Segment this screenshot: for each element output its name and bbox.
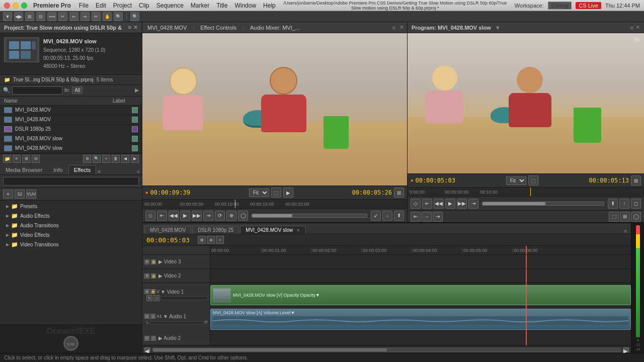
prog-play[interactable]: ▶ — [445, 199, 455, 209]
effects-folder-audio-effects[interactable]: ▶ 📁 Audio Effects — [0, 211, 142, 221]
source-panel-close[interactable]: ✕ — [399, 24, 404, 31]
audio-clip-a1[interactable]: MVI_0428.MOV slow [A] Volume:Level▼ — [210, 309, 631, 330]
effects-folder-video-transitions[interactable]: ▶ 📁 Video Transitions — [0, 240, 142, 249]
program-current-time[interactable]: 00:00:05:03 — [415, 177, 455, 184]
track-lock-toggle[interactable]: 🔒 — [151, 259, 156, 264]
tl-snap-btn[interactable]: ⊞ — [198, 236, 206, 244]
program-panel-close[interactable]: ✕ — [635, 24, 640, 31]
source-tab-1[interactable]: MVI_0428.MOV — [145, 25, 189, 31]
pen-tool[interactable]: ✏ — [92, 12, 101, 21]
project-panel-menu[interactable]: ≡ — [128, 24, 131, 31]
prog-extract-btn[interactable]: ↑ — [619, 199, 629, 209]
menu-marker[interactable]: Marker — [191, 2, 209, 9]
new-bin-button[interactable]: 📁 — [3, 155, 11, 163]
track-solo-a1[interactable]: S — [150, 314, 155, 319]
menu-clip[interactable]: Clip — [139, 2, 149, 9]
prog-extra-2[interactable]: → — [422, 212, 432, 222]
menu-title[interactable]: Title — [216, 2, 227, 9]
panel-menu-btn2[interactable]: ▶ — [131, 155, 139, 163]
menu-file[interactable]: File — [79, 2, 89, 9]
timeline-scrollbar[interactable] — [152, 348, 621, 352]
track-content-video3[interactable] — [210, 255, 631, 268]
go-to-out-btn[interactable]: ⇥ — [203, 211, 213, 221]
zoom-tool[interactable]: 🔍 — [114, 12, 123, 21]
output-btn[interactable]: ◯ — [238, 211, 248, 221]
track-content-audio3[interactable] — [210, 345, 631, 346]
maximize-button[interactable] — [21, 3, 27, 9]
effects-folder-audio-transitions[interactable]: ▶ 📁 Audio Transitions — [0, 221, 142, 230]
prog-lift-btn[interactable]: ⬆ — [608, 199, 618, 209]
prog-extra-5[interactable]: ⊞ — [620, 212, 630, 222]
track-content-audio2[interactable] — [210, 331, 631, 345]
list-view-button[interactable]: ≡ — [13, 155, 21, 163]
prog-extra-3[interactable]: ⇥ — [433, 212, 443, 222]
track-visibility-toggle[interactable]: 👁 — [144, 259, 149, 264]
ripple-edit-tool[interactable]: ⊞ — [25, 12, 34, 21]
track-mute-a2[interactable]: M — [144, 336, 149, 341]
effects-panel-menu[interactable]: ≡ — [137, 169, 142, 174]
effects-folder-video-effects[interactable]: ▶ 📁 Video Effects — [0, 230, 142, 240]
icon-view-button[interactable]: ⊞ — [22, 155, 30, 163]
track-volume-slider[interactable] — [160, 296, 208, 300]
prog-extra-1[interactable]: ⇤ — [411, 212, 421, 222]
menu-project[interactable]: Project — [113, 2, 132, 9]
source-settings-btn[interactable]: ⊞ — [394, 188, 404, 198]
safe-btn[interactable]: ⊕ — [226, 211, 236, 221]
file-item[interactable]: MVI_0428.MOV slow — [0, 144, 142, 153]
track-content-video2[interactable] — [210, 269, 631, 283]
cs-live-button[interactable]: CS Live — [576, 2, 601, 9]
effects-search-input[interactable] — [3, 177, 139, 186]
panel-menu-btn[interactable]: ◀ — [121, 155, 129, 163]
prog-settings-btn[interactable]: ⊞ — [631, 175, 641, 186]
track-content-audio1[interactable]: MVI_0428.MOV slow [A] Volume:Level▼ — [210, 307, 631, 331]
source-panel-menu[interactable]: ≡ — [392, 25, 395, 31]
effects-btn-1[interactable]: ≡ — [3, 190, 13, 199]
close-button[interactable] — [4, 3, 10, 9]
timeline-current-time[interactable]: 00:00:05:03 — [146, 236, 190, 244]
track-lock-v2[interactable]: 🔒 — [151, 274, 156, 279]
automate-button[interactable]: ⚙ — [83, 155, 91, 163]
tl-add-track[interactable]: + — [216, 236, 224, 244]
step-fwd-btn[interactable]: ▶▶ — [192, 211, 202, 221]
source-play-icon[interactable]: ▶ — [283, 188, 293, 198]
insert-btn[interactable]: ↙ — [371, 211, 381, 221]
effects-btn-2[interactable]: 32 — [15, 190, 25, 199]
roll-edit-tool[interactable]: ⊟ — [36, 12, 45, 21]
tl-scroll-right[interactable]: ▶ — [623, 347, 629, 352]
timeline-tab-3[interactable]: MVI_0428.MOV slow ✕ — [240, 226, 306, 234]
selection-tool[interactable]: ▼ — [3, 12, 12, 21]
slide-tool[interactable]: ⇒ — [80, 12, 90, 21]
prog-step-fwd[interactable]: ▶▶ — [457, 199, 467, 209]
tl-tab-close[interactable]: ✕ — [296, 228, 300, 233]
prog-go-out[interactable]: ⇥ — [468, 199, 478, 209]
effects-btn-3[interactable]: YUV — [26, 190, 36, 199]
new-item-button[interactable]: + — [102, 155, 110, 163]
track-select-tool[interactable]: ◀▶ — [14, 12, 23, 21]
overwrite-btn[interactable]: ↓ — [382, 211, 392, 221]
timeline-tab-1[interactable]: MVI_0428.MOV — [144, 226, 191, 234]
razor-tool[interactable]: ✂ — [58, 12, 67, 21]
prog-trim-mon[interactable]: ◻ — [631, 199, 641, 209]
file-item[interactable]: MVI_0428.MOV — [0, 106, 142, 115]
tl-link-btn[interactable]: ⊕ — [207, 236, 215, 244]
tl-scroll-left[interactable]: ◀ — [144, 347, 150, 352]
go-to-in-btn[interactable]: ⇤ — [157, 211, 167, 221]
menu-sequence[interactable]: Sequence — [156, 2, 184, 9]
play-stop-btn[interactable]: ▶ — [180, 211, 190, 221]
track-lock-v1[interactable]: 🔒 — [150, 289, 155, 294]
program-scrubber[interactable] — [482, 202, 604, 206]
delete-button[interactable]: 🗑 — [112, 155, 120, 163]
timeline-menu-btn[interactable]: ≡ — [622, 228, 629, 234]
slip-tool[interactable]: ⇐ — [69, 12, 78, 21]
file-item[interactable]: MVI_0428.MOV — [0, 115, 142, 125]
tab-effects[interactable]: Effects — [68, 165, 96, 174]
prog-extra-6[interactable]: ◯ — [631, 212, 641, 222]
track-visibility-v2[interactable]: 👁 — [144, 274, 149, 279]
tab-info[interactable]: Info — [48, 165, 68, 174]
menu-help[interactable]: Help — [263, 2, 276, 9]
project-panel-close[interactable]: ✕ — [133, 24, 138, 31]
prog-step-back[interactable]: ◀◀ — [434, 199, 444, 209]
menu-edit[interactable]: Edit — [96, 2, 106, 9]
loop-btn[interactable]: ⟳ — [215, 211, 225, 221]
prog-export-frame[interactable]: ⬚ — [528, 175, 538, 186]
